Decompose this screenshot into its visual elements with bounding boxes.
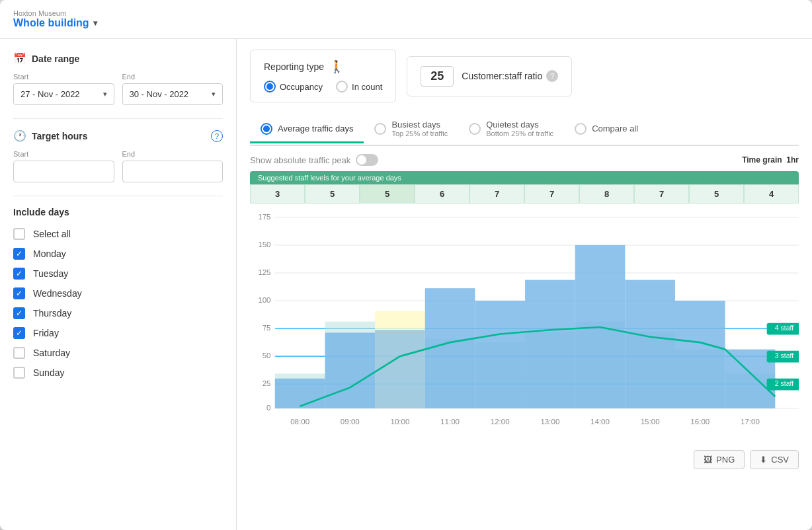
svg-text:10:00: 10:00 <box>390 418 409 426</box>
in-count-label: In count <box>352 82 382 92</box>
svg-rect-29 <box>275 379 325 408</box>
day-item: ✓Monday <box>13 248 223 260</box>
day-label: Tuesday <box>33 268 68 279</box>
svg-text:4 staff: 4 staff <box>775 324 793 332</box>
day-checkbox[interactable]: ✓ <box>13 248 25 260</box>
traffic-tab[interactable]: Quietest daysBottom 25% of traffic <box>458 113 564 146</box>
svg-text:13:00: 13:00 <box>540 418 559 426</box>
svg-rect-32 <box>425 288 475 408</box>
traffic-tab[interactable]: Busiest daysTop 25% of traffic <box>364 113 458 146</box>
target-end-input[interactable]: 18:00 <box>122 161 223 182</box>
calendar-icon: 📅 <box>13 52 26 65</box>
svg-text:17:00: 17:00 <box>741 418 760 426</box>
occupancy-radio-inner <box>266 83 273 90</box>
tab-radio <box>261 123 272 135</box>
day-checkbox[interactable] <box>13 367 25 379</box>
image-icon: 🖼 <box>704 455 712 465</box>
svg-text:14:00: 14:00 <box>590 418 610 426</box>
include-days-title: Include days <box>13 207 223 217</box>
day-item: ✓Friday <box>13 327 223 339</box>
day-checkbox[interactable]: ✓ <box>13 307 25 319</box>
show-peak-toggle[interactable] <box>356 154 378 166</box>
end-date-value: 30 - Nov - 2022 <box>130 89 189 99</box>
chart-svg: 175 150 125 100 75 50 25 0 <box>250 204 799 439</box>
staff-ratio-help-icon[interactable]: ? <box>546 70 558 82</box>
staff-col: 8 <box>579 184 634 204</box>
png-label: PNG <box>716 455 735 465</box>
day-label: Sunday <box>33 367 64 378</box>
traffic-tab[interactable]: Average traffic days <box>250 116 364 143</box>
csv-button[interactable]: ⬇ CSV <box>750 450 799 469</box>
target-hours-help-icon[interactable]: ? <box>211 130 223 142</box>
svg-text:12:00: 12:00 <box>491 418 510 426</box>
building-selector[interactable]: Whole building ▾ <box>13 17 799 29</box>
in-count-radio[interactable]: In count <box>336 81 382 93</box>
day-label: Wednesday <box>33 288 82 299</box>
svg-rect-34 <box>525 280 575 408</box>
chart-wrapper: 175 150 125 100 75 50 25 0 <box>250 204 799 442</box>
svg-text:175: 175 <box>258 213 270 221</box>
staff-col: 4 <box>744 184 799 204</box>
target-start-field: Start 08:00 <box>13 150 114 182</box>
download-icon: ⬇ <box>760 455 767 465</box>
start-date-field: Start 27 - Nov - 2022 ▾ <box>13 73 114 105</box>
time-grain-value: 1hr <box>786 155 799 165</box>
target-hours-label: Target hours <box>32 131 88 141</box>
svg-text:16:00: 16:00 <box>690 418 710 426</box>
staff-col: 7 <box>634 184 689 204</box>
svg-text:2 staff: 2 staff <box>775 379 793 387</box>
day-checkbox[interactable] <box>13 347 25 359</box>
building-name: Whole building <box>13 17 89 29</box>
end-date-arrow: ▾ <box>212 90 216 98</box>
end-date-label: End <box>122 73 223 81</box>
reporting-radio-row: Occupancy In count <box>264 81 382 93</box>
day-label: Saturday <box>33 348 70 358</box>
date-range-label: Date range <box>32 54 79 64</box>
svg-text:50: 50 <box>263 352 271 360</box>
staff-ratio-label: Customer:staff ratio ? <box>462 70 558 82</box>
target-end-field: End 18:00 <box>122 150 223 182</box>
start-date-input[interactable]: 27 - Nov - 2022 ▾ <box>13 83 114 105</box>
target-start-label: Start <box>13 150 114 158</box>
occupancy-radio[interactable]: Occupancy <box>264 81 323 93</box>
svg-rect-30 <box>325 332 375 408</box>
tab-radio <box>469 123 481 135</box>
staff-col: 3 <box>250 184 305 204</box>
target-start-input[interactable]: 08:00 <box>13 161 114 182</box>
staff-ratio-input[interactable]: 25 <box>421 66 454 87</box>
day-item: Sunday <box>13 367 223 379</box>
svg-rect-33 <box>475 301 525 408</box>
staff-col: 5 <box>305 184 360 204</box>
traffic-tab[interactable]: Compare all <box>564 116 649 143</box>
day-label: Monday <box>33 248 66 259</box>
action-row: 🖼 PNG ⬇ CSV <box>250 450 799 469</box>
date-range-section: 📅 Date range <box>13 52 223 65</box>
svg-text:11:00: 11:00 <box>440 418 460 426</box>
day-checkbox[interactable]: ✓ <box>13 287 25 299</box>
occupancy-label: Occupancy <box>280 82 323 92</box>
reporting-type-text: Reporting type <box>264 61 324 72</box>
time-row: Start 08:00 End 18:00 <box>13 150 223 182</box>
chart-area: Suggested staff levels for your average … <box>250 171 799 442</box>
staff-banner-text: Suggested staff levels for your average … <box>250 174 401 182</box>
svg-text:15:00: 15:00 <box>641 418 660 426</box>
end-date-input[interactable]: 30 - Nov - 2022 ▾ <box>122 83 223 105</box>
target-hours-header: 🕐 Target hours ? <box>13 130 223 142</box>
day-checkbox[interactable]: ✓ <box>13 327 25 339</box>
day-checkbox[interactable] <box>13 228 25 240</box>
day-label: Thursday <box>33 308 71 319</box>
sidebar: 📅 Date range Start 27 - Nov - 2022 ▾ End… <box>0 39 237 530</box>
reporting-type-box: Reporting type 🚶 Occupancy In count <box>250 50 396 102</box>
traffic-tabs: Average traffic daysBusiest daysTop 25% … <box>250 113 799 146</box>
person-icon: 🚶 <box>329 59 344 74</box>
target-hours-title: 🕐 Target hours <box>13 130 88 142</box>
staff-col: 7 <box>469 184 524 204</box>
staff-banner: Suggested staff levels for your average … <box>250 171 799 184</box>
day-item: Select all <box>13 228 223 240</box>
svg-text:100: 100 <box>258 296 270 304</box>
toggle-knob <box>357 155 366 165</box>
target-end-label: End <box>122 150 223 158</box>
tab-sublabel: Bottom 25% of traffic <box>486 130 553 137</box>
png-button[interactable]: 🖼 PNG <box>694 450 745 469</box>
day-checkbox[interactable]: ✓ <box>13 268 25 280</box>
